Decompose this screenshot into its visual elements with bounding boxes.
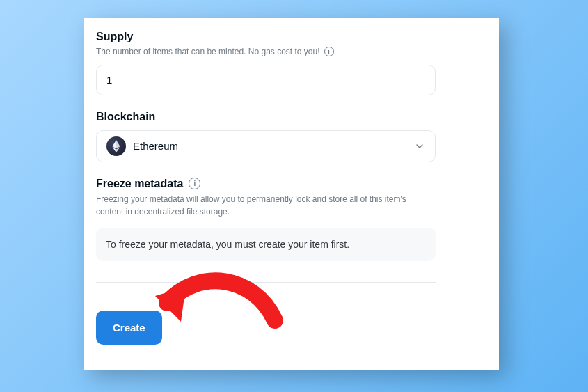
info-icon[interactable]: i bbox=[324, 47, 334, 56]
create-button[interactable]: Create bbox=[96, 311, 162, 345]
form-panel: Supply The number of items that can be m… bbox=[84, 18, 499, 370]
blockchain-select[interactable]: Ethereum bbox=[96, 130, 436, 162]
supply-label: Supply bbox=[96, 31, 486, 43]
freeze-notice: To freeze your metadata, you must create… bbox=[96, 228, 436, 261]
freeze-description: Freezing your metadata will allow you to… bbox=[96, 193, 436, 218]
blockchain-section: Blockchain Ethereum bbox=[96, 111, 486, 162]
supply-input-wrap bbox=[96, 65, 436, 95]
blockchain-label: Blockchain bbox=[96, 111, 486, 123]
freeze-label: Freeze metadata i bbox=[96, 178, 486, 190]
freeze-section: Freeze metadata i Freezing your metadata… bbox=[96, 178, 486, 261]
blockchain-selected-text: Ethereum bbox=[133, 140, 178, 152]
divider bbox=[96, 282, 436, 283]
info-icon[interactable]: i bbox=[189, 178, 200, 189]
supply-input[interactable] bbox=[106, 74, 425, 86]
supply-section: Supply The number of items that can be m… bbox=[96, 31, 486, 95]
chevron-down-icon bbox=[414, 141, 425, 152]
supply-subtext: The number of items that can be minted. … bbox=[96, 46, 486, 58]
ethereum-icon bbox=[106, 136, 126, 156]
